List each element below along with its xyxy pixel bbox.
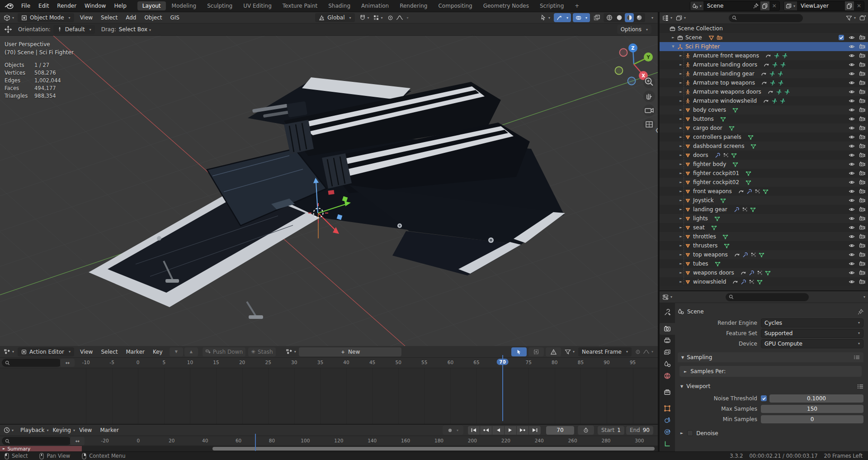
outliner-search-input[interactable] (729, 14, 803, 22)
outliner-row[interactable]: ►Armature weapons doors (660, 87, 868, 96)
disclosure-closed-icon[interactable]: ► (678, 262, 684, 266)
hide-viewport-icon[interactable] (849, 206, 855, 213)
properties-tab-physics[interactable] (660, 414, 675, 426)
play-reverse-button[interactable] (492, 426, 504, 435)
render-engine-dropdown[interactable]: Cycles▾ (761, 318, 863, 327)
tab-shading[interactable]: Shading (323, 1, 355, 10)
tab-uv-editing[interactable]: UV Editing (238, 1, 277, 10)
feature-set-dropdown[interactable]: Supported▾ (761, 329, 863, 338)
outliner-filter-icon[interactable] (846, 15, 852, 21)
dope-editor-type-icon[interactable] (4, 349, 10, 355)
dope-sheet-canvas[interactable] (0, 368, 658, 424)
menu-help[interactable]: Help (110, 3, 130, 9)
noise-threshold-value[interactable]: 0.1000 (769, 394, 863, 403)
disable-render-icon[interactable] (859, 251, 865, 258)
disclosure-closed-icon[interactable]: ► (678, 99, 684, 103)
disclosure-closed-icon[interactable]: ► (678, 117, 684, 121)
properties-tab-world[interactable] (660, 370, 675, 382)
properties-tab-tool[interactable] (660, 307, 675, 318)
disable-render-icon[interactable] (859, 116, 865, 122)
hide-viewport-icon[interactable] (849, 215, 855, 222)
jump-to-end-button[interactable] (529, 426, 541, 435)
outliner-row[interactable]: ►tubes (660, 259, 868, 268)
disclosure-closed-icon[interactable]: ► (678, 190, 684, 193)
playhead[interactable] (255, 434, 256, 451)
dope-menu-select[interactable]: Select (97, 349, 122, 355)
outliner-row[interactable]: ►buttons (660, 114, 868, 123)
pin-id-icon[interactable] (858, 309, 863, 315)
move-channel-down-button[interactable]: ▼ (170, 347, 183, 356)
disclosure-closed-icon[interactable]: ► (678, 235, 684, 238)
current-frame-field[interactable]: 70 (546, 426, 574, 435)
outliner-row[interactable]: Scene Collection (660, 24, 868, 33)
tab-modeling[interactable]: Modeling (167, 1, 202, 10)
unlink-scene-icon[interactable]: ✕ (769, 3, 779, 9)
tab-texture-paint[interactable]: Texture Paint (278, 1, 322, 10)
denoise-checkbox[interactable] (687, 430, 693, 436)
timeline-menu-keying[interactable]: Keying (49, 427, 75, 433)
outliner-row[interactable]: ►throttles (660, 232, 868, 241)
hide-viewport-icon[interactable] (849, 279, 855, 285)
disable-render-icon[interactable] (859, 161, 865, 167)
shading-wireframe-button[interactable] (605, 13, 614, 22)
outliner-filter-id-icon[interactable] (676, 15, 682, 21)
dope-ruler[interactable]: -10-505101520253035404550556065707580859… (0, 358, 658, 368)
properties-tab-output[interactable] (660, 335, 675, 346)
viewport-canvas[interactable]: Z Y X ❮ User Perspective (70) Scene | Sc… (0, 36, 658, 346)
disable-render-icon[interactable] (859, 152, 865, 158)
disable-render-icon[interactable] (859, 233, 865, 240)
disable-render-icon[interactable] (859, 134, 865, 140)
summary-channel[interactable]: ►Summary (0, 446, 82, 451)
tab-+[interactable]: + (570, 1, 584, 10)
disable-render-icon[interactable] (859, 143, 865, 149)
scene-icon[interactable]: ▾ (690, 1, 703, 10)
transform-orientation-dropdown[interactable]: Global▾ (315, 13, 354, 22)
jump-prev-keyframe-button[interactable] (480, 426, 492, 435)
disable-render-icon[interactable] (859, 179, 865, 185)
falloff-curve-icon[interactable] (396, 15, 403, 20)
hide-viewport-icon[interactable] (849, 143, 855, 149)
outliner-row[interactable]: ►controllers panels (660, 133, 868, 142)
disclosure-closed-icon[interactable]: ► (678, 271, 684, 275)
viewport-menu-add[interactable]: Add (122, 14, 140, 21)
timeline-menu-view[interactable]: View (75, 427, 96, 433)
frame-start-field[interactable]: Start1 (598, 426, 624, 435)
disclosure-closed-icon[interactable]: ► (678, 144, 684, 148)
disclosure-closed-icon[interactable]: ► (678, 108, 684, 112)
region-collapse-arrow[interactable]: ❮ (655, 128, 658, 133)
outliner-display-mode-icon[interactable] (662, 15, 669, 21)
snap-magnet-icon[interactable] (359, 14, 366, 21)
hide-viewport-icon[interactable] (849, 43, 855, 50)
disclosure-closed-icon[interactable]: ► (678, 90, 684, 94)
disable-render-icon[interactable] (859, 89, 865, 95)
disclosure-closed-icon[interactable]: ► (678, 208, 684, 211)
shading-solid-button[interactable] (615, 13, 624, 22)
outliner-row[interactable]: ►fighter body (660, 160, 868, 169)
hide-viewport-icon[interactable] (849, 224, 855, 231)
new-scene-icon[interactable] (760, 1, 769, 10)
disclosure-closed-icon[interactable]: ► (678, 153, 684, 157)
outliner-row[interactable]: ►weapons doors (660, 268, 868, 277)
frame-end-field[interactable]: End90 (626, 426, 653, 435)
disable-render-icon[interactable] (859, 170, 865, 176)
device-dropdown[interactable]: GPU Compute▾ (761, 339, 863, 348)
disable-render-icon[interactable] (859, 279, 865, 285)
disclosure-closed-icon[interactable]: ► (670, 36, 676, 39)
timeline-scrollbar[interactable] (212, 447, 655, 451)
playhead[interactable] (502, 355, 503, 421)
timeline-search-toggle-icon[interactable]: ↔ (70, 437, 85, 445)
selectability-dropdown-icon[interactable] (540, 14, 547, 21)
remove-viewlayer-icon[interactable]: ✕ (854, 3, 864, 9)
hide-viewport-icon[interactable] (849, 161, 855, 167)
disable-render-icon[interactable] (859, 270, 865, 276)
dope-sheet-ruler-row[interactable]: ↔ -10-5051015202530354045505560657075808… (0, 358, 658, 368)
snap-mode-dropdown[interactable]: Nearest Frame▾ (578, 347, 632, 356)
errors-only-toggle[interactable] (546, 347, 561, 356)
properties-tab-render[interactable] (660, 323, 675, 335)
scene-name[interactable]: Scene (703, 3, 751, 9)
disable-render-icon[interactable] (859, 261, 865, 267)
outliner-row[interactable]: ►Armature front weapons (660, 51, 868, 60)
properties-tab-collection[interactable] (660, 386, 675, 398)
orientation-value-dropdown[interactable]: Default▾ (53, 25, 95, 34)
tab-rendering[interactable]: Rendering (395, 1, 432, 10)
